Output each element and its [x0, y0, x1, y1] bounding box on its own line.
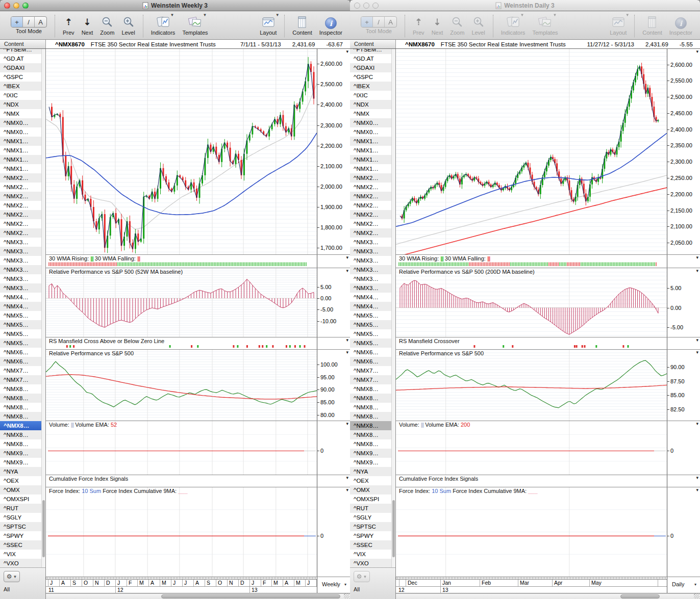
text-tool-button[interactable]: A: [35, 17, 46, 27]
rs-mansfield-strip-plot[interactable]: RS Mansfield Cross Above or Below Zero L…: [46, 337, 317, 349]
zoom-window-button[interactable]: [372, 3, 379, 9]
wma-signal-strip-plot[interactable]: 30 WMA Rising: ||| 30 WMA Falling: |||: [396, 255, 667, 268]
symbol-list-item[interactable]: ^NMX: [0, 109, 45, 118]
symbol-list-item[interactable]: ^NMX: [350, 109, 395, 118]
symbol-list-item[interactable]: ^NDX: [350, 100, 395, 109]
symbol-list-item[interactable]: ^NMX5…: [350, 329, 395, 338]
wma-signal-strip-plot[interactable]: 30 WMA Rising: ||| 30 WMA Falling: |||: [46, 255, 317, 268]
symbol-list-item[interactable]: ^SSEC: [350, 540, 395, 550]
symbol-list-item[interactable]: ^NMX6…: [350, 348, 395, 357]
symbol-list-item[interactable]: ^NMX2…: [0, 173, 45, 183]
pane-options-disclosure[interactable]: ▾: [346, 475, 348, 481]
zoom-window-button[interactable]: [22, 3, 29, 9]
symbol-list-item[interactable]: ^SPTSC: [0, 522, 45, 531]
prev-button[interactable]: ⇡Prev: [413, 14, 424, 36]
horizontal-scrollbar[interactable]: [46, 593, 350, 599]
symbol-list-item[interactable]: ^NMX3…: [0, 238, 45, 247]
content-button[interactable]: Content: [642, 14, 662, 36]
symbol-list-item[interactable]: ^NMX9…: [350, 458, 395, 467]
symbol-list-item[interactable]: ^NMX8…: [0, 430, 45, 439]
symbol-list-item[interactable]: ^GD.AT: [0, 54, 45, 63]
symbol-list-item[interactable]: ^NMX8…: [350, 384, 395, 394]
volume-pane-plot[interactable]: Volume: ||| Volume EMA: 200: [396, 421, 667, 475]
symbol-list-item[interactable]: ^OEX: [0, 476, 45, 485]
symbol-list-item[interactable]: ^NMX3…: [350, 283, 395, 293]
symbol-list-item[interactable]: ^NMX4…: [0, 293, 45, 302]
symbol-list-item[interactable]: ^VXO: [350, 559, 395, 567]
templates-button[interactable]: ▼Templates: [532, 14, 558, 36]
symbol-list-item[interactable]: ^NMX1…: [0, 137, 45, 146]
symbol-list-item[interactable]: ^OEX: [350, 476, 395, 485]
sidebar-header[interactable]: Content: [350, 40, 396, 48]
symbol-list-item[interactable]: ^NMX2…: [0, 183, 45, 192]
pane-options-disclosure[interactable]: ▾: [696, 475, 698, 481]
symbol-list-item[interactable]: ^NMX1…: [0, 164, 45, 173]
symbol-list-item[interactable]: ^NMX8…: [350, 394, 395, 403]
symbol-list-item[interactable]: ^NMX3…: [350, 247, 395, 256]
symbol-list-item[interactable]: ^NMX9…: [350, 449, 395, 458]
symbol-list-item[interactable]: ^NMX6…: [350, 357, 395, 366]
symbol-list-item[interactable]: ^NMX4…: [0, 302, 45, 311]
pane-options-disclosure[interactable]: ▾: [696, 337, 698, 343]
symbol-list-item[interactable]: ^NMX7…: [350, 366, 395, 375]
symbol-list-item[interactable]: ^NMX1…: [350, 146, 395, 155]
pane-options-disclosure[interactable]: ▾: [696, 487, 698, 493]
symbol-list-item[interactable]: ^NMX0…: [350, 118, 395, 127]
price-pane-plot[interactable]: [396, 49, 667, 254]
symbol-list-item[interactable]: ^NMX5…: [0, 311, 45, 320]
list-filter-label[interactable]: All: [354, 586, 395, 592]
relative-performance-pane-plot[interactable]: Relative Performance vs S&P 500: [46, 350, 317, 421]
symbol-list-item[interactable]: ^NMX3…: [350, 256, 395, 265]
symbol-list-item[interactable]: ^OMXSPI: [0, 494, 45, 504]
symbol-list-item[interactable]: ^NMX1…: [0, 146, 45, 155]
symbol-list-item[interactable]: ^VIX: [350, 550, 395, 559]
zoom-in-button[interactable]: Level: [121, 14, 135, 36]
symbol-list-item[interactable]: ^NMX8…: [350, 412, 395, 421]
symbol-list-item[interactable]: ^NYA: [350, 467, 395, 476]
next-button[interactable]: ⇣Next: [432, 14, 443, 36]
rs-mansfield-strip-plot[interactable]: RS Mansfield Crossover: [396, 337, 667, 349]
symbol-list-item[interactable]: ^NMX1…: [0, 155, 45, 164]
symbol-list-item[interactable]: ^NMX8…: [350, 430, 395, 439]
timeframe-selector[interactable]: Weekly▾: [320, 581, 348, 587]
symbol-list-item[interactable]: ^NMX1…: [350, 164, 395, 173]
pane-options-disclosure[interactable]: ▾: [346, 421, 348, 427]
minimize-button[interactable]: [13, 3, 19, 9]
symbol-list-item[interactable]: ^NMX2…: [0, 210, 45, 219]
symbol-list-item[interactable]: ^OMX: [0, 485, 45, 494]
symbol-list-item[interactable]: ^NMX1…: [350, 137, 395, 146]
symbol-list-item[interactable]: ^NMX8…: [350, 421, 395, 430]
symbol-list-item[interactable]: ^SGLY: [0, 513, 45, 522]
symbol-list-item[interactable]: ^NMX1…: [350, 155, 395, 164]
prev-button[interactable]: ⇡Prev: [63, 14, 74, 36]
sidebar-header[interactable]: Content: [0, 40, 46, 48]
indicators-button[interactable]: ▼Indicators: [151, 14, 176, 36]
minimize-button[interactable]: [363, 3, 369, 9]
symbol-list-item[interactable]: ^NMX5…: [0, 338, 45, 348]
content-button[interactable]: Content: [292, 14, 312, 36]
symbol-list-item[interactable]: ^NMX5…: [350, 338, 395, 348]
symbol-list-item[interactable]: ^NMX2…: [0, 192, 45, 201]
symbol-list-item[interactable]: ^NMX2…: [350, 228, 395, 238]
zoom-in-button[interactable]: Level: [471, 14, 485, 36]
templates-button[interactable]: ▼Templates: [182, 14, 208, 36]
symbol-list-item[interactable]: ^NMX8…: [0, 412, 45, 421]
line-tool-button[interactable]: /: [23, 17, 35, 27]
symbol-list-item[interactable]: ^GD.AT: [350, 54, 395, 63]
next-button[interactable]: ⇣Next: [82, 14, 93, 36]
pane-options-disclosure[interactable]: ▾: [346, 350, 348, 355]
symbol-list-item[interactable]: ^NMX2…: [0, 201, 45, 210]
pane-options-disclosure[interactable]: ▾: [696, 268, 698, 274]
relative-performance-pane-plot[interactable]: Relative Performance vs S&P 500: [396, 350, 667, 421]
symbol-list-item[interactable]: ^SPWY: [350, 531, 395, 540]
pane-options-disclosure[interactable]: ▾: [346, 268, 348, 274]
pane-options-disclosure[interactable]: ▾: [696, 255, 698, 261]
pane-options-disclosure[interactable]: ▾: [346, 337, 348, 343]
symbol-list-item[interactable]: ^GSPC: [0, 72, 45, 82]
scrollbar-thumb[interactable]: [620, 594, 660, 598]
relative-performance-baseline-pane-plot[interactable]: Relative Performance vs S&P 500 (200D MA…: [396, 268, 667, 337]
symbol-list-item[interactable]: ^NMX3…: [0, 256, 45, 265]
symbol-list-item[interactable]: ^NMX0…: [0, 118, 45, 127]
line-tool-button[interactable]: /: [373, 17, 385, 27]
inspector-button[interactable]: iInspector: [319, 14, 342, 36]
